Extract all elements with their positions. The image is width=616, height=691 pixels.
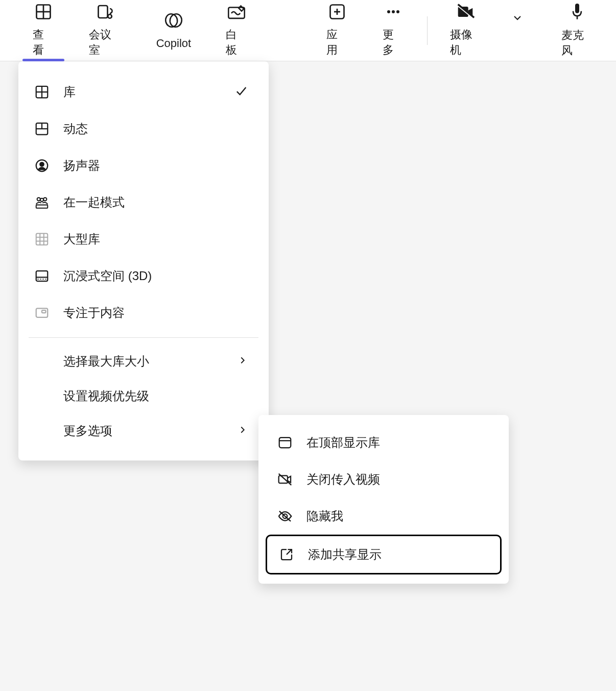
apps-label: 应用 <box>326 27 348 58</box>
show-top-gallery-label: 在顶部显示库 <box>306 434 491 451</box>
camera-off-icon <box>455 3 476 21</box>
dynamic-icon <box>33 120 51 138</box>
whiteboard-label: 白板 <box>226 27 247 58</box>
svg-point-4 <box>108 14 112 18</box>
copilot-icon <box>163 10 184 31</box>
more-label: 更多 <box>383 27 404 58</box>
svg-rect-37 <box>42 310 46 313</box>
menu-item-immersive[interactable]: 沉浸式空间 (3D) <box>18 258 269 294</box>
large-gallery-label: 大型库 <box>63 231 254 247</box>
grid-icon <box>33 3 54 21</box>
menu-item-max-gallery-size[interactable]: 选择最大库大小 <box>18 344 269 379</box>
submenu-item-add-shared-display[interactable]: 添加共享显示 <box>266 535 502 574</box>
microphone-icon <box>567 2 587 21</box>
focus-content-label: 专注于内容 <box>63 305 254 321</box>
microphone-label: 麦克风 <box>561 28 594 58</box>
speaker-icon <box>33 156 51 175</box>
svg-line-43 <box>279 511 291 521</box>
svg-rect-30 <box>36 234 48 245</box>
chevron-down-icon[interactable] <box>511 12 524 26</box>
menu-item-gallery[interactable]: 库 <box>18 74 269 110</box>
menu-item-dynamic[interactable]: 动态 <box>18 110 269 147</box>
toolbar-separator <box>427 16 428 45</box>
menu-divider <box>29 337 258 338</box>
window-top-icon <box>276 433 294 452</box>
svg-rect-29 <box>36 205 48 208</box>
menu-item-more-options[interactable]: 更多选项 <box>18 413 269 448</box>
menu-item-speaker[interactable]: 扬声器 <box>18 147 269 184</box>
more-options-submenu: 在顶部显示库 关闭传入视频 隐藏我 <box>258 415 509 584</box>
immersive-label: 沉浸式空间 (3D) <box>63 268 254 284</box>
menu-item-large-gallery[interactable]: 大型库 <box>18 221 269 258</box>
copilot-label: Copilot <box>156 37 191 50</box>
view-dropdown-menu: 库 动态 扬声器 <box>18 61 269 460</box>
meeting-toolbar: 查看 会议室 Copilot 白板 <box>0 0 616 61</box>
camera-control: 摄像机 <box>438 0 523 51</box>
svg-point-13 <box>396 10 399 13</box>
check-icon <box>234 84 248 100</box>
more-options-label: 更多选项 <box>63 423 254 439</box>
svg-line-44 <box>287 549 292 555</box>
submenu-item-show-top-gallery[interactable]: 在顶部显示库 <box>266 424 502 461</box>
svg-rect-38 <box>279 437 291 448</box>
view-label: 查看 <box>33 27 54 58</box>
dynamic-label: 动态 <box>63 121 254 137</box>
copilot-button[interactable]: Copilot <box>144 0 203 51</box>
svg-point-26 <box>37 198 40 201</box>
video-priority-label: 设置视频优先级 <box>63 388 254 404</box>
more-icon <box>383 3 404 21</box>
camera-label: 摄像机 <box>450 27 480 58</box>
svg-rect-16 <box>575 4 579 13</box>
view-button[interactable]: 查看 <box>20 0 66 51</box>
popout-icon <box>277 545 296 564</box>
svg-point-25 <box>40 163 44 167</box>
svg-rect-3 <box>98 6 107 18</box>
svg-point-11 <box>387 10 390 13</box>
svg-point-27 <box>43 198 46 201</box>
immersive-icon <box>33 267 51 285</box>
together-label: 在一起模式 <box>63 194 254 211</box>
menu-item-together[interactable]: 在一起模式 <box>18 184 269 221</box>
video-off-icon <box>276 470 294 489</box>
gallery-label: 库 <box>63 84 254 100</box>
submenu-item-hide-me[interactable]: 隐藏我 <box>266 498 502 535</box>
microphone-button[interactable]: 麦克风 <box>549 0 606 51</box>
eye-off-icon <box>276 507 294 525</box>
more-button[interactable]: 更多 <box>370 0 416 51</box>
add-shared-display-label: 添加共享显示 <box>308 546 490 563</box>
max-gallery-size-label: 选择最大库大小 <box>63 353 254 370</box>
rooms-icon <box>95 3 115 21</box>
menu-item-video-priority[interactable]: 设置视频优先级 <box>18 379 269 413</box>
gallery-icon <box>33 83 51 101</box>
camera-button[interactable]: 摄像机 <box>438 0 492 51</box>
apps-button[interactable]: 应用 <box>314 0 360 51</box>
focus-content-icon <box>33 304 51 322</box>
rooms-label: 会议室 <box>89 27 121 58</box>
svg-rect-40 <box>279 476 288 483</box>
menu-item-focus-content[interactable]: 专注于内容 <box>18 294 269 331</box>
whiteboard-icon <box>226 3 247 21</box>
plus-icon <box>327 3 347 21</box>
svg-point-12 <box>392 10 395 13</box>
together-icon <box>33 193 51 212</box>
turn-off-video-label: 关闭传入视频 <box>306 471 491 488</box>
submenu-item-turn-off-video[interactable]: 关闭传入视频 <box>266 461 502 498</box>
hide-me-label: 隐藏我 <box>306 508 491 524</box>
chevron-right-icon <box>237 355 248 368</box>
svg-point-28 <box>40 198 43 201</box>
chevron-right-icon <box>237 424 248 437</box>
speaker-label: 扬声器 <box>63 157 254 174</box>
rooms-button[interactable]: 会议室 <box>77 0 133 51</box>
svg-rect-7 <box>229 7 245 18</box>
large-gallery-icon <box>33 230 51 248</box>
whiteboard-button[interactable]: 白板 <box>214 0 259 51</box>
